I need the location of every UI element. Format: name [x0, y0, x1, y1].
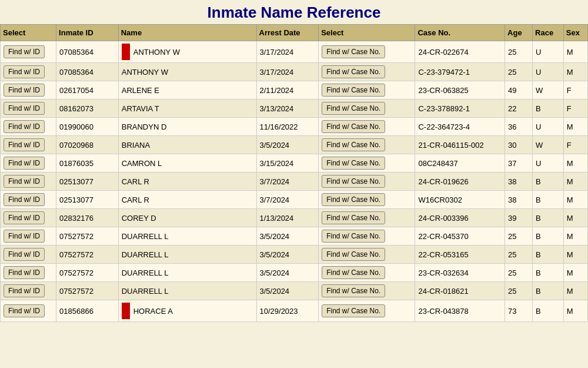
find-by-case-button[interactable]: Find w/ Case No.: [322, 138, 385, 151]
inmate-name: DUARRELL L: [122, 287, 169, 296]
find-by-case-button[interactable]: Find w/ Case No.: [322, 102, 385, 115]
table-row: Find w/ ID07527572DUARRELL L3/5/2024Find…: [1, 246, 588, 264]
table-row: Find w/ ID07527572DUARRELL L3/5/2024Find…: [1, 264, 588, 282]
find-by-id-button[interactable]: Find w/ ID: [4, 84, 45, 97]
find-by-case-button[interactable]: Find w/ Case No.: [322, 248, 385, 261]
case-no-cell: 24-CR-003396: [415, 209, 505, 227]
find-by-case-button[interactable]: Find w/ Case No.: [322, 84, 385, 97]
table-row: Find w/ ID02513077CARL R3/7/2024Find w/ …: [1, 191, 588, 209]
sex-cell: M: [563, 246, 587, 264]
find-by-id-button[interactable]: Find w/ ID: [4, 102, 45, 115]
arrest-date-cell: 3/17/2024: [256, 41, 319, 63]
find-by-id-button[interactable]: Find w/ ID: [4, 248, 45, 261]
race-cell: B: [533, 173, 564, 191]
arrest-date-cell: 3/7/2024: [256, 191, 319, 209]
arrest-date-cell: 10/29/2023: [256, 300, 319, 322]
age-cell: 73: [505, 300, 533, 322]
inmate-name: ANTHONY W: [133, 48, 180, 57]
case-no-cell: W16CR0302: [415, 191, 505, 209]
table-row: Find w/ ID02832176COREY D1/13/2024Find w…: [1, 209, 588, 227]
page-title: Inmate Name Reference: [0, 0, 588, 24]
inmate-id-cell: 01990060: [56, 118, 119, 136]
name-cell: DUARRELL L: [118, 246, 256, 264]
name-cell: CARL R: [118, 173, 256, 191]
find-by-case-button[interactable]: Find w/ Case No.: [322, 304, 385, 317]
col-header-case-no: Case No.: [415, 25, 505, 41]
age-cell: 37: [505, 154, 533, 173]
find-by-case-button[interactable]: Find w/ Case No.: [322, 266, 385, 279]
age-cell: 38: [505, 191, 533, 209]
find-by-id-button[interactable]: Find w/ ID: [4, 120, 45, 133]
race-cell: B: [533, 300, 564, 322]
inmate-name: CAMRON L: [122, 159, 162, 168]
find-by-case-button[interactable]: Find w/ Case No.: [322, 284, 385, 297]
sex-cell: M: [563, 264, 587, 282]
find-by-case-button[interactable]: Find w/ Case No.: [322, 230, 385, 243]
age-cell: 39: [505, 209, 533, 227]
table-container: Select Inmate ID Name Arrest Date Select…: [0, 24, 588, 366]
col-header-race: Race: [533, 25, 564, 41]
find-by-id-button[interactable]: Find w/ ID: [4, 211, 45, 224]
case-no-cell: C-22-364723-4: [415, 118, 505, 136]
inmate-id-cell: 07527572: [56, 227, 119, 246]
col-header-age: Age: [505, 25, 533, 41]
table-row: Find w/ ID02513077CARL R3/7/2024Find w/ …: [1, 173, 588, 191]
inmate-name: DUARRELL L: [122, 232, 169, 241]
inmate-name: BRANDYN D: [122, 122, 167, 131]
age-cell: 25: [505, 41, 533, 63]
arrest-date-cell: 3/7/2024: [256, 173, 319, 191]
find-by-id-button[interactable]: Find w/ ID: [4, 304, 45, 317]
inmate-id-cell: 07085364: [56, 63, 119, 81]
find-by-case-button[interactable]: Find w/ Case No.: [322, 65, 385, 78]
table-row: Find w/ ID01856866HORACE A10/29/2023Find…: [1, 300, 588, 322]
sex-cell: M: [563, 209, 587, 227]
find-by-id-button[interactable]: Find w/ ID: [4, 266, 45, 279]
race-cell: U: [533, 63, 564, 81]
find-by-id-button[interactable]: Find w/ ID: [4, 138, 45, 151]
col-header-inmate-id: Inmate ID: [56, 25, 119, 41]
name-cell: CARL R: [118, 191, 256, 209]
find-by-id-button[interactable]: Find w/ ID: [4, 193, 45, 206]
name-cell: BRANDYN D: [118, 118, 256, 136]
table-row: Find w/ ID07527572DUARRELL L3/5/2024Find…: [1, 227, 588, 246]
find-by-id-button[interactable]: Find w/ ID: [4, 284, 45, 297]
arrest-date-cell: 2/11/2024: [256, 81, 319, 100]
inmate-name: COREY D: [122, 214, 156, 223]
find-by-case-button[interactable]: Find w/ Case No.: [322, 211, 385, 224]
red-bar-indicator: [122, 303, 130, 319]
arrest-date-cell: 3/5/2024: [256, 282, 319, 300]
case-no-cell: 24-CR-022674: [415, 41, 505, 63]
inmate-name: HORACE A: [133, 307, 173, 316]
arrest-date-cell: 3/17/2024: [256, 63, 319, 81]
inmate-id-cell: 02617054: [56, 81, 119, 100]
inmate-name: DUARRELL L: [122, 250, 169, 259]
find-by-case-button[interactable]: Find w/ Case No.: [322, 120, 385, 133]
name-cell: DUARRELL L: [118, 227, 256, 246]
case-no-cell: 23-CR-043878: [415, 300, 505, 322]
find-by-id-button[interactable]: Find w/ ID: [4, 230, 45, 243]
inmate-name: ANTHONY W: [122, 68, 168, 77]
inmate-id-cell: 02513077: [56, 173, 119, 191]
sex-cell: M: [563, 300, 587, 322]
race-cell: U: [533, 154, 564, 173]
inmate-id-cell: 02513077: [56, 191, 119, 209]
name-cell: ARTAVIA T: [118, 100, 256, 118]
find-by-id-button[interactable]: Find w/ ID: [4, 45, 45, 58]
age-cell: 22: [505, 100, 533, 118]
name-cell: ANTHONY W: [118, 41, 256, 63]
case-no-cell: 24-CR-018621: [415, 282, 505, 300]
name-cell: CAMRON L: [118, 154, 256, 173]
find-by-case-button[interactable]: Find w/ Case No.: [322, 157, 385, 170]
sex-cell: M: [563, 41, 587, 63]
race-cell: U: [533, 118, 564, 136]
find-by-case-button[interactable]: Find w/ Case No.: [322, 45, 385, 58]
inmate-id-cell: 07020968: [56, 136, 119, 154]
find-by-id-button[interactable]: Find w/ ID: [4, 65, 45, 78]
arrest-date-cell: 3/15/2024: [256, 154, 319, 173]
find-by-id-button[interactable]: Find w/ ID: [4, 157, 45, 170]
find-by-case-button[interactable]: Find w/ Case No.: [322, 193, 385, 206]
find-by-id-button[interactable]: Find w/ ID: [4, 175, 45, 188]
name-cell: ARLENE E: [118, 81, 256, 100]
case-no-cell: 23-CR-032634: [415, 264, 505, 282]
find-by-case-button[interactable]: Find w/ Case No.: [322, 175, 385, 188]
